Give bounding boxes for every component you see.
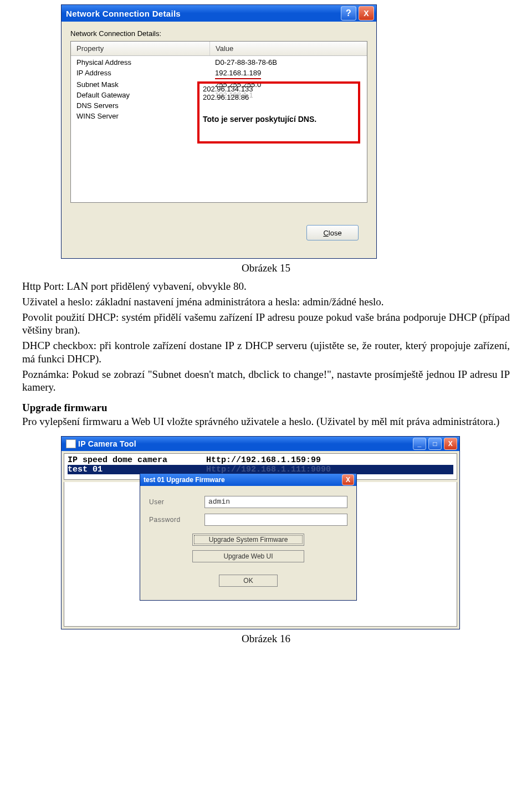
camera-name: IP speed dome camera bbox=[68, 455, 206, 465]
list-header: Property Value bbox=[71, 42, 367, 56]
val-ip-address: 192.168.1.189 bbox=[215, 68, 261, 79]
val-dns-2: 202.96.128.86 bbox=[203, 93, 355, 101]
paragraph: Uživatel a heslo: základní nastavení jmé… bbox=[22, 295, 510, 309]
dialog-label: Network Connection Details: bbox=[70, 29, 367, 38]
details-listview: Property Value Physical Address D0-27-88… bbox=[70, 41, 367, 203]
window-titlebar: Network Connection Details ? X bbox=[62, 5, 376, 22]
close-icon[interactable]: X bbox=[359, 6, 374, 21]
password-label: Password bbox=[149, 516, 204, 524]
prop-subnet-mask: Subnet Mask bbox=[71, 79, 209, 90]
dialog-titlebar: test 01 Upgrade Firmware X bbox=[140, 474, 356, 486]
table-row: Physical Address D0-27-88-38-78-6B bbox=[71, 57, 367, 68]
figure-caption-2: Obrázek 16 bbox=[22, 633, 510, 645]
prop-wins-server: WINS Server bbox=[71, 111, 209, 121]
val-physical-address: D0-27-88-38-78-6B bbox=[209, 57, 367, 68]
minimize-icon[interactable]: _ bbox=[413, 438, 426, 450]
close-icon[interactable]: X bbox=[444, 438, 457, 450]
tool-titlebar: IP Camera Tool _ □ X bbox=[62, 437, 459, 451]
callout-note: Toto je server poskytující DNS. bbox=[203, 115, 355, 124]
close-button[interactable]: Close bbox=[306, 225, 359, 240]
col-property: Property bbox=[71, 42, 209, 55]
camera-url: Http://192.168.1.159:99 bbox=[206, 455, 321, 465]
upgrade-system-firmware-button[interactable]: Upgrade System Firmware bbox=[192, 534, 304, 546]
paragraph: Povolit použití DHCP: systém přidělí vaš… bbox=[22, 311, 510, 337]
dns-callout-box: 202.96.134.133 202.96.128.86 Toto je ser… bbox=[197, 81, 360, 144]
col-value: Value bbox=[209, 42, 367, 55]
paragraph: Poznámka: Pokud se zobrazí "Subnet doesn… bbox=[22, 368, 510, 395]
tool-title: IP Camera Tool bbox=[78, 439, 136, 448]
prop-default-gateway: Default Gateway bbox=[71, 90, 209, 100]
user-label: User bbox=[149, 498, 204, 506]
paragraph: Pro vylepšení firmwaru a Web UI vložte s… bbox=[22, 415, 510, 428]
paragraph: Http Port: LAN port přidělený vybavení, … bbox=[22, 280, 510, 293]
figure-caption-1: Obrázek 15 bbox=[22, 262, 510, 274]
network-details-screenshot: Network Connection Details ? X Network C… bbox=[61, 4, 377, 259]
section-heading: Upgrade firmwaru bbox=[22, 402, 510, 414]
ip-camera-tool-screenshot: IP Camera Tool _ □ X IP speed dome camer… bbox=[61, 436, 460, 629]
upgrade-web-ui-button[interactable]: Upgrade Web UI bbox=[192, 550, 304, 562]
user-input[interactable]: admin bbox=[204, 496, 347, 508]
window-title: Network Connection Details bbox=[66, 9, 181, 18]
prop-dns-servers: DNS Servers bbox=[71, 100, 209, 111]
app-icon bbox=[66, 439, 76, 448]
close-icon[interactable]: X bbox=[342, 474, 354, 485]
paragraph: DHCP checkbox: při kontrole zařízení dos… bbox=[22, 339, 510, 366]
prop-physical-address: Physical Address bbox=[71, 57, 209, 68]
prop-ip-address: IP Address bbox=[71, 68, 209, 79]
list-item[interactable]: IP speed dome camera Http://192.168.1.15… bbox=[68, 455, 453, 465]
help-icon[interactable]: ? bbox=[341, 6, 356, 21]
ok-button[interactable]: OK bbox=[219, 575, 278, 587]
maximize-icon[interactable]: □ bbox=[428, 438, 442, 450]
val-dns-1: 202.96.134.133 bbox=[203, 85, 355, 93]
dialog-title: test 01 Upgrade Firmware bbox=[144, 476, 225, 484]
password-input[interactable] bbox=[204, 514, 347, 526]
upgrade-firmware-dialog: test 01 Upgrade Firmware X User admin Pa… bbox=[140, 473, 357, 601]
table-row: IP Address 192.168.1.189 bbox=[71, 68, 367, 79]
